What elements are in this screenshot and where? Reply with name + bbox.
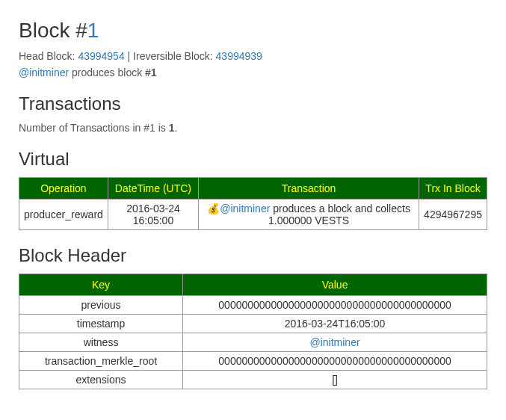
block-header-row: transaction_merkle_root00000000000000000… (19, 352, 487, 371)
producer-text: produces block (69, 67, 145, 78)
block-header-row: witness@initminer (19, 333, 487, 352)
cell-operation: producer_reward (19, 200, 108, 230)
cell-datetime: 2016-03-24 16:05:00 (108, 200, 198, 230)
col-trx-in-block: Trx In Block (419, 178, 487, 200)
money-bag-icon: 💰 (207, 203, 220, 214)
virtual-table: Operation DateTime (UTC) Transaction Trx… (19, 177, 487, 230)
tx-count: 1 (169, 122, 175, 134)
cell-key: timestamp (19, 315, 183, 333)
page-title: Block #1 (19, 19, 487, 43)
virtual-header-row: Operation DateTime (UTC) Transaction Trx… (19, 178, 487, 200)
tx-count-prefix: Number of Transactions in #1 is (19, 122, 169, 134)
transactions-count-line: Number of Transactions in #1 is 1. (19, 122, 487, 134)
tx-description: produces a block and collects 1.000000 V… (268, 203, 410, 226)
head-block-line: Head Block: 43994954 | Ireversible Block… (19, 50, 487, 62)
cell-transaction: 💰@initminer produces a block and collect… (199, 200, 419, 230)
head-block-label: Head Block: (19, 50, 78, 62)
cell-value: 2016-03-24T16:05:00 (183, 315, 487, 333)
block-header-row: timestamp2016-03-24T16:05:00 (19, 315, 487, 333)
block-header-table: Key Value previous0000000000000000000000… (19, 274, 487, 389)
block-header-row: extensions[] (19, 371, 487, 389)
cell-value: [] (183, 371, 487, 389)
producer-block-ref: #1 (145, 67, 157, 78)
tx-count-suffix: . (175, 122, 178, 134)
cell-value: 0000000000000000000000000000000000000000 (183, 296, 487, 315)
col-operation: Operation (19, 178, 108, 200)
virtual-heading: Virtual (19, 149, 487, 170)
value-link[interactable]: @initminer (309, 336, 360, 348)
virtual-row: producer_reward 2016-03-24 16:05:00 💰@in… (19, 200, 487, 230)
block-header-row: previous00000000000000000000000000000000… (19, 296, 487, 315)
producer-line: @initminer produces block #1 (19, 67, 487, 78)
irreversible-block-link[interactable]: 43994939 (216, 50, 262, 62)
head-block-link[interactable]: 43994954 (78, 50, 124, 62)
col-value: Value (183, 274, 487, 296)
tx-user-link[interactable]: @initminer (220, 203, 270, 214)
col-datetime: DateTime (UTC) (108, 178, 198, 200)
cell-key: previous (19, 296, 183, 315)
col-transaction: Transaction (199, 178, 419, 200)
block-number-link[interactable]: 1 (87, 19, 99, 42)
transactions-heading: Transactions (19, 93, 487, 114)
cell-value: 0000000000000000000000000000000000000000 (183, 352, 487, 371)
cell-key: extensions (19, 371, 183, 389)
separator: | Ireversible Block: (125, 50, 216, 62)
col-key: Key (19, 274, 183, 296)
block-header-header-row: Key Value (19, 274, 487, 296)
cell-key: witness (19, 333, 183, 352)
block-header-heading: Block Header (19, 245, 487, 266)
cell-key: transaction_merkle_root (19, 352, 183, 371)
producer-user-link[interactable]: @initminer (19, 67, 69, 78)
title-prefix: Block # (19, 19, 87, 42)
cell-trx-in-block: 4294967295 (419, 200, 487, 230)
cell-value: @initminer (183, 333, 487, 352)
